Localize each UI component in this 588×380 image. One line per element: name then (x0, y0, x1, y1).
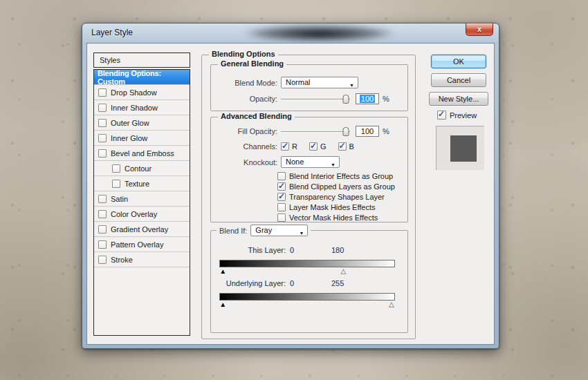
sidebar-item-bevel-emboss[interactable]: Bevel and Emboss (94, 146, 190, 161)
opacity-input[interactable]: 100 (356, 93, 379, 104)
drop-shadow-checkbox[interactable] (98, 88, 107, 97)
layer-mask-hides-checkbox[interactable] (277, 203, 286, 211)
inner-shadow-checkbox[interactable] (98, 104, 107, 112)
color-overlay-checkbox[interactable] (98, 210, 107, 218)
window-title: Layer Style (91, 28, 133, 37)
fill-opacity-percent-sign: % (383, 127, 389, 135)
fill-opacity-input[interactable]: 100 (356, 126, 379, 137)
sidebar-item-label: Inner Glow (111, 134, 147, 142)
option-label: Transparency Shapes Layer (289, 193, 385, 201)
blend-clipped-checkbox[interactable] (277, 182, 286, 191)
pattern-overlay-checkbox[interactable] (98, 240, 107, 249)
underlying-layer-white-thumb[interactable]: △ (389, 301, 394, 309)
underlying-layer-high-value: 255 (331, 279, 344, 287)
bevel-emboss-checkbox[interactable] (98, 149, 107, 158)
option-transparency-shapes: Transparency Shapes Layer (277, 193, 385, 201)
vector-mask-hides-checkbox[interactable] (277, 213, 286, 222)
blend-if-dropdown[interactable]: Gray ▼ (250, 225, 308, 236)
transparency-shapes-checkbox[interactable] (277, 193, 286, 201)
dialog-content: Styles Blending Options: Custom Drop Sha… (86, 43, 495, 345)
gradient-overlay-checkbox[interactable] (98, 225, 107, 234)
underlying-layer-gradient-bar[interactable]: ▲ △ (219, 293, 395, 311)
ok-button[interactable]: OK (431, 55, 486, 68)
chevron-down-icon: ▼ (299, 228, 304, 238)
this-layer-high-value: 180 (331, 246, 344, 254)
channel-r: R (281, 142, 297, 151)
advanced-blending-group: Advanced Blending Fill Opacity: 100 % Ch… (210, 117, 408, 222)
sidebar-item-texture[interactable]: Texture (94, 176, 190, 191)
this-layer-gradient-bar[interactable]: ▲ △ (219, 260, 395, 278)
sidebar-item-label: Satin (111, 195, 128, 203)
preview-option: Preview (437, 111, 477, 120)
inner-glow-checkbox[interactable] (98, 134, 107, 142)
cancel-button[interactable]: Cancel (431, 73, 486, 87)
channel-g: G (309, 142, 327, 151)
texture-checkbox[interactable] (112, 180, 120, 188)
sidebar-item-label: Drop Shadow (111, 88, 157, 97)
underlying-layer-black-thumb[interactable]: ▲ (219, 301, 226, 309)
blend-if-value: Gray (255, 226, 272, 234)
opacity-slider[interactable] (281, 94, 350, 104)
preview-swatch (436, 126, 484, 170)
outer-glow-checkbox[interactable] (98, 119, 107, 127)
this-layer-row: This Layer: 0 180 (217, 246, 286, 254)
sidebar-item-inner-shadow[interactable]: Inner Shadow (94, 100, 190, 115)
sidebar-item-contour[interactable]: Contour (94, 161, 190, 176)
sidebar-item-label: Stroke (111, 256, 133, 264)
fill-opacity-slider[interactable] (281, 126, 350, 137)
new-style-button[interactable]: New Style... (429, 92, 488, 106)
sidebar-item-label: Color Overlay (111, 210, 157, 218)
underlying-layer-low-value: 0 (290, 279, 294, 287)
sidebar-item-label: Pattern Overlay (111, 240, 163, 249)
fill-opacity-label: Fill Opacity: (217, 127, 277, 135)
blending-options-panel: Blending Options General Blending Blend … (201, 55, 416, 339)
sidebar-item-label: Inner Shadow (111, 104, 158, 112)
sidebar-item-inner-glow[interactable]: Inner Glow (94, 131, 190, 146)
knockout-label: Knockout: (217, 158, 277, 167)
this-layer-white-thumb[interactable]: △ (340, 267, 346, 276)
sidebar-item-label: Contour (125, 164, 151, 173)
blend-interior-checkbox[interactable] (277, 172, 286, 180)
titlebar-blur-artifact (245, 25, 394, 40)
fill-opacity-slider-thumb[interactable] (343, 127, 349, 136)
close-button[interactable]: x (466, 23, 493, 36)
underlying-layer-label: Underlying Layer: (217, 279, 286, 287)
option-blend-interior: Blend Interior Effects as Group (277, 172, 393, 180)
styles-header[interactable]: Styles (93, 53, 190, 68)
advanced-blending-legend: Advanced Blending (218, 112, 295, 120)
sidebar-item-stroke[interactable]: Stroke (94, 252, 190, 267)
sidebar-item-satin[interactable]: Satin (94, 191, 190, 207)
option-label: Blend Clipped Layers as Group (289, 182, 395, 191)
opacity-slider-track (281, 99, 350, 99)
channel-g-checkbox[interactable] (309, 142, 318, 151)
contour-checkbox[interactable] (112, 164, 120, 173)
panel-title: Blending Options (209, 50, 278, 58)
title-bar[interactable]: Layer Style (82, 23, 499, 43)
blend-if-legend: Blend If: Gray ▼ (217, 225, 311, 236)
this-layer-black-thumb[interactable]: ▲ (219, 267, 226, 276)
channels-label: Channels: (217, 142, 277, 151)
channel-b-checkbox[interactable] (338, 142, 347, 151)
gradient-ramp (219, 293, 395, 301)
sidebar-item-drop-shadow[interactable]: Drop Shadow (94, 85, 190, 100)
blend-mode-dropdown[interactable]: Normal ▼ (281, 77, 358, 88)
option-label: Layer Mask Hides Effects (289, 203, 376, 211)
blend-if-group: Blend If: Gray ▼ This Layer: 0 180 ▲ △ (210, 230, 408, 333)
sidebar-item-outer-glow[interactable]: Outer Glow (94, 115, 190, 131)
opacity-percent-sign: % (383, 95, 389, 103)
opacity-slider-thumb[interactable] (343, 95, 349, 104)
sidebar-item-gradient-overlay[interactable]: Gradient Overlay (94, 222, 190, 237)
this-layer-label: This Layer: (217, 246, 286, 254)
chevron-down-icon: ▼ (331, 160, 336, 170)
channel-r-checkbox[interactable] (281, 142, 289, 151)
stroke-checkbox[interactable] (98, 256, 107, 264)
knockout-dropdown[interactable]: None ▼ (281, 156, 340, 168)
sidebar-item-color-overlay[interactable]: Color Overlay (94, 207, 190, 222)
gradient-ramp (219, 260, 395, 267)
sidebar-item-pattern-overlay[interactable]: Pattern Overlay (94, 237, 190, 252)
sidebar-item-blending-options[interactable]: Blending Options: Custom (94, 70, 190, 85)
preview-checkbox[interactable] (437, 111, 446, 120)
option-blend-clipped: Blend Clipped Layers as Group (277, 182, 395, 191)
satin-checkbox[interactable] (98, 195, 107, 203)
option-label: Vector Mask Hides Effects (289, 213, 378, 222)
